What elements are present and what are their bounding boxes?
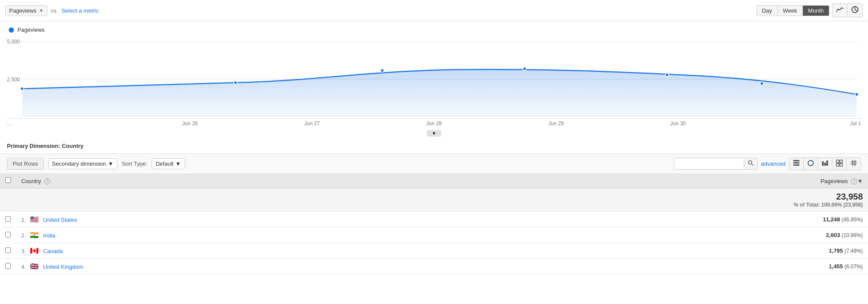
pageviews-help-icon[interactable]: ?: [851, 178, 857, 184]
metric-dropdown[interactable]: Pageviews ▼: [5, 5, 47, 16]
day-button[interactable]: Day: [757, 6, 778, 16]
country-link[interactable]: India: [43, 232, 55, 239]
pie-chart-icon: [851, 6, 859, 13]
svg-line-2: [855, 10, 858, 11]
pivot-view-button[interactable]: [832, 158, 847, 170]
scroll-button[interactable]: ▼: [427, 130, 442, 137]
row-value-cell: 1,795 (7.49%): [422, 243, 868, 259]
country-link[interactable]: Canada: [43, 248, 63, 254]
search-box: [674, 158, 758, 170]
svg-point-12: [665, 73, 669, 77]
advanced-link[interactable]: advanced: [761, 160, 785, 167]
sort-type-label: Sort Type:: [122, 160, 147, 167]
pie-chart-button[interactable]: [848, 4, 862, 17]
secondary-dimension-dropdown[interactable]: Secondary dimension ▼: [48, 158, 118, 169]
metric-pct: (10.86%): [842, 232, 863, 238]
totals-value: 23,958: [836, 192, 863, 201]
metric-pct: (46.95%): [842, 217, 863, 223]
row-number: 2.: [21, 232, 26, 239]
select-metric-link[interactable]: Select a metric: [61, 7, 99, 14]
table-view-button[interactable]: [789, 158, 804, 170]
search-input[interactable]: [674, 159, 744, 169]
table-row: 3. 🇨🇦 Canada 1,795 (7.49%): [0, 243, 868, 259]
x-label-0: ...: [7, 120, 129, 127]
table-row: 2. 🇮🇳 India 2,603 (10.86%): [0, 227, 868, 243]
row-value-cell: 11,248 (46.95%): [422, 212, 868, 227]
chevron-down-icon: ▼: [39, 8, 43, 13]
legend-label: Pageviews: [17, 27, 45, 33]
svg-rect-26: [836, 164, 839, 166]
metric-pct: (6.07%): [845, 264, 863, 270]
bar-view-icon: [822, 160, 828, 167]
totals-checkbox-cell: [0, 188, 16, 212]
svg-rect-22: [824, 163, 826, 166]
svg-line-16: [752, 164, 753, 166]
row-value-cell: 2,603 (10.86%): [422, 227, 868, 243]
table-row: 1. 🇺🇸 United States 11,248 (46.95%): [0, 212, 868, 227]
top-toolbar: Pageviews ▼ vs. Select a metric Day Week…: [0, 0, 868, 21]
metric-selector: Pageviews ▼ vs. Select a metric: [5, 5, 99, 16]
country-link[interactable]: United Kingdom: [43, 264, 83, 270]
secondary-dim-label: Secondary dimension: [52, 160, 106, 167]
svg-point-11: [523, 67, 526, 70]
row-checkbox[interactable]: [5, 232, 11, 237]
search-button[interactable]: [744, 158, 757, 169]
flag-icon: 🇮🇳: [30, 231, 39, 239]
pie-view-button[interactable]: [804, 158, 818, 170]
plot-rows-button[interactable]: Plot Rows: [7, 158, 44, 170]
svg-text:5,000: 5,000: [7, 39, 20, 45]
svg-rect-25: [840, 160, 842, 163]
svg-point-9: [234, 81, 238, 84]
metric-value: 11,248: [823, 216, 840, 223]
grid-view-button[interactable]: [847, 158, 861, 170]
row-country-cell: 3. 🇨🇦 Canada: [16, 243, 422, 259]
svg-rect-23: [826, 160, 828, 166]
row-number: 3.: [21, 248, 26, 254]
select-all-checkbox[interactable]: [5, 177, 11, 183]
sort-dropdown[interactable]: Default ▼: [152, 158, 185, 169]
country-help-icon[interactable]: ?: [44, 178, 50, 184]
data-table: Country ? Pageviews ? ▼ 23,958 % of Tota…: [0, 174, 868, 274]
flag-icon: 🇺🇸: [30, 216, 39, 223]
flag-icon: 🇨🇦: [30, 247, 39, 254]
totals-label-cell: [16, 188, 422, 212]
svg-rect-24: [836, 160, 839, 163]
table-toolbar: Plot Rows Secondary dimension ▼ Sort Typ…: [0, 154, 868, 174]
vs-label: vs.: [51, 7, 58, 14]
row-checkbox[interactable]: [5, 263, 11, 269]
totals-row: 23,958 % of Total: 100.00% (23,958): [0, 188, 868, 212]
row-checkbox-cell: [0, 212, 16, 227]
search-icon: [748, 160, 754, 166]
row-country-cell: 2. 🇮🇳 India: [16, 227, 422, 243]
table-view-icon: [793, 160, 800, 167]
row-country-cell: 4. 🇬🇧 United Kingdom: [16, 259, 422, 274]
chart-legend: Pageviews: [7, 27, 861, 33]
row-checkbox[interactable]: [5, 216, 11, 222]
chart-svg: 5,000 2,500: [7, 36, 861, 118]
svg-rect-19: [793, 164, 799, 166]
metric-pct: (7.49%): [845, 248, 863, 254]
flag-icon: 🇬🇧: [30, 263, 39, 270]
sort-default-label: Default: [155, 160, 173, 167]
month-button[interactable]: Month: [803, 6, 829, 16]
svg-point-8: [20, 87, 24, 90]
x-label-3: Jun 28: [373, 120, 495, 127]
time-controls: Day Week Month: [756, 3, 863, 17]
line-chart-icon: [836, 6, 844, 13]
svg-point-15: [748, 161, 752, 164]
line-chart-button[interactable]: [832, 4, 848, 17]
time-btn-group: Day Week Month: [756, 5, 829, 16]
chart-area: Pageviews 5,000 2,500: [0, 21, 868, 138]
pageviews-header[interactable]: Pageviews ? ▼: [422, 174, 868, 188]
metric-value: 1,795: [829, 247, 843, 254]
svg-rect-21: [822, 161, 824, 166]
x-label-4: Jun 29: [495, 120, 617, 127]
svg-point-10: [380, 69, 384, 72]
country-header[interactable]: Country ?: [16, 174, 422, 188]
bar-view-button[interactable]: [818, 158, 832, 170]
chart-type-buttons: [832, 3, 863, 17]
x-label-2: Jun 27: [251, 120, 373, 127]
week-button[interactable]: Week: [778, 6, 803, 16]
row-checkbox[interactable]: [5, 247, 11, 253]
country-link[interactable]: United States: [43, 217, 77, 223]
